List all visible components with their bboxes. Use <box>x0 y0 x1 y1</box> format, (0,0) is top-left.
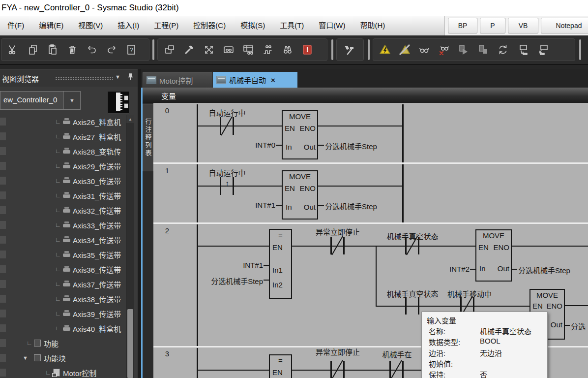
menu-controller[interactable]: 控制器(C) <box>186 16 233 35</box>
line-comment-list-tab[interactable]: 行注释列表 <box>143 104 153 171</box>
move-block[interactable]: MOVE EN ENO In Out <box>282 170 318 220</box>
tab-motor-control[interactable]: Motor控制 <box>143 72 212 88</box>
tree-item-axis27[interactable]: ∟Axis27_料盒机 <box>0 129 126 144</box>
input-operand[interactable]: 分选机械手Step <box>197 276 263 286</box>
tree-item-functions[interactable]: ∟功能 <box>0 336 126 350</box>
tree-item-axis38[interactable]: ∟Axis38_传送带 <box>0 291 126 306</box>
copy-icon[interactable] <box>23 41 43 59</box>
scrollbar-thumb[interactable] <box>127 309 133 378</box>
bp-button[interactable]: BP <box>448 18 477 33</box>
nc-contact[interactable] <box>330 359 345 378</box>
stop-simulation-icon[interactable] <box>473 41 493 59</box>
panel-divider[interactable] <box>138 69 141 378</box>
tree-item-function-blocks[interactable]: ▼功能块 <box>0 350 126 365</box>
warning-monitor-icon[interactable] <box>375 41 395 59</box>
cut-icon[interactable] <box>3 41 23 59</box>
variables-bar[interactable]: 变量 <box>143 88 588 103</box>
rising-edge-contact[interactable]: ↑ <box>220 175 234 197</box>
sidebar-scrollbar[interactable]: ▲ <box>126 115 134 378</box>
menu-window[interactable]: 窗口(W) <box>311 16 353 35</box>
pin-icon[interactable] <box>127 73 134 83</box>
tree-item-axis29[interactable]: ∟Axis29_传送带 <box>0 158 126 173</box>
vb-button[interactable]: VB <box>508 18 538 33</box>
run-simulation-icon[interactable] <box>454 41 473 59</box>
warning-disabled-icon[interactable] <box>395 41 414 59</box>
scroll-up-icon[interactable]: ▲ <box>126 115 134 123</box>
tree-item-axis30[interactable]: ∟Axis30_传送带 <box>0 173 126 188</box>
wrench-icon[interactable] <box>179 41 199 59</box>
tooltip-row-label: 名称: <box>429 326 445 336</box>
axis-icon <box>63 313 70 316</box>
move-block[interactable]: MOVE EN ENO In Out <box>475 229 512 282</box>
watch-window-icon[interactable] <box>219 41 238 59</box>
tree-item-axis34[interactable]: ∟Axis34_传送带 <box>0 232 126 247</box>
move-block[interactable]: MOVE EN ENO In Out <box>282 110 318 159</box>
close-icon[interactable]: × <box>271 76 275 84</box>
synchronize-icon[interactable] <box>493 41 513 59</box>
undo-icon[interactable] <box>82 41 102 59</box>
help-icon[interactable]: ? <box>121 41 141 59</box>
nc-contact[interactable] <box>220 115 234 137</box>
out-pin: Out <box>304 203 316 211</box>
delete-icon[interactable] <box>62 41 82 59</box>
rebuild-icon[interactable] <box>339 41 358 59</box>
watch-table-icon[interactable] <box>238 41 258 59</box>
input-operand[interactable]: INT#0 <box>231 141 275 149</box>
menu-edit[interactable]: 编辑(E) <box>31 16 71 35</box>
no-contact[interactable] <box>405 295 419 316</box>
output-operand[interactable]: 分选机械手Step <box>518 265 570 275</box>
tree-item-axis35[interactable]: ∟Axis35_传送带 <box>0 247 126 262</box>
input-operand[interactable]: INT#1 <box>231 201 275 209</box>
equals-block[interactable]: = EN <box>269 354 292 378</box>
controller-image-module <box>124 103 128 108</box>
tree-item-axis33[interactable]: ∟Axis33_传送带 <box>0 218 126 232</box>
controller-select[interactable]: ew_Controller_0 ▼ <box>0 91 81 110</box>
tree-item-axis39[interactable]: ∟Axis39_传送带 <box>0 306 126 321</box>
p-button[interactable]: P <box>480 18 505 33</box>
title-bar: FYA - new_Controller_0 - Sysmac Studio (… <box>0 0 588 16</box>
menu-insert[interactable]: 插入(I) <box>110 16 147 35</box>
search-icon[interactable] <box>278 41 297 59</box>
redo-icon[interactable] <box>102 41 121 59</box>
monitor-icon[interactable] <box>414 41 434 59</box>
output-operand[interactable]: 分选机械手Step <box>325 201 377 211</box>
notepad-button[interactable]: Notepad <box>541 18 588 33</box>
transfer-from-controller-icon[interactable] <box>532 41 552 59</box>
input-operand[interactable]: INT#2 <box>430 265 470 273</box>
chevron-down-icon[interactable]: ▼ <box>63 92 80 109</box>
contact-operand[interactable]: 异常立即停止 <box>303 346 372 357</box>
menu-tools[interactable]: 工具(T) <box>272 16 311 35</box>
crossed-arrows-icon[interactable] <box>199 41 219 59</box>
output-operand[interactable]: 分选 <box>571 321 586 331</box>
menu-project[interactable]: 工程(P) <box>147 16 186 35</box>
tree-item-axis40[interactable]: ∟Axis40_料盒机 <box>0 321 126 336</box>
chevron-down-icon[interactable]: ▼ <box>115 74 120 80</box>
output-operand[interactable]: 分选机械手Step <box>325 141 377 151</box>
menu-view[interactable]: 视图(V) <box>71 16 110 35</box>
data-trace-icon[interactable] <box>258 41 278 59</box>
tree-item-axis31[interactable]: ∟Axis31_传送带 <box>0 188 126 203</box>
row-stub <box>0 295 6 303</box>
tree-item-axis28[interactable]: ∟Axis28_变轨传 <box>0 144 126 158</box>
contact-operand[interactable]: 机械手在 <box>371 349 423 359</box>
tree-item-axis26[interactable]: ∟Axis26_料盒机 <box>0 114 126 129</box>
new-window-icon[interactable] <box>160 41 179 59</box>
menu-simulation[interactable]: 模拟(S) <box>233 16 272 35</box>
tab-robot-auto[interactable]: 机械手自动 × <box>213 72 297 88</box>
equals-block[interactable]: = EN In1 In2 <box>269 229 292 299</box>
input-operand[interactable]: INT#1 <box>219 261 263 269</box>
transfer-to-controller-icon[interactable] <box>513 41 532 59</box>
tree-item-axis37[interactable]: ∟Axis37_传送带 <box>0 277 126 291</box>
tree-item-axis32[interactable]: ∟Axis32_传送带 <box>0 203 126 218</box>
paste-icon[interactable] <box>43 41 62 59</box>
nc-contact[interactable] <box>405 235 419 256</box>
tree-item-motor-control[interactable]: ∟Motor控制 <box>0 365 126 378</box>
nc-contact[interactable] <box>389 359 404 378</box>
nc-contact[interactable] <box>330 235 345 256</box>
menu-help[interactable]: 帮助(H) <box>353 16 392 35</box>
menu-file[interactable]: 件(F) <box>0 16 31 35</box>
monitor-stop-icon[interactable] <box>434 41 454 59</box>
expand-icon[interactable]: ▼ <box>23 355 28 361</box>
error-list-icon[interactable]: ! <box>297 41 317 59</box>
tree-item-axis36[interactable]: ∟Axis36_传送带 <box>0 262 126 277</box>
